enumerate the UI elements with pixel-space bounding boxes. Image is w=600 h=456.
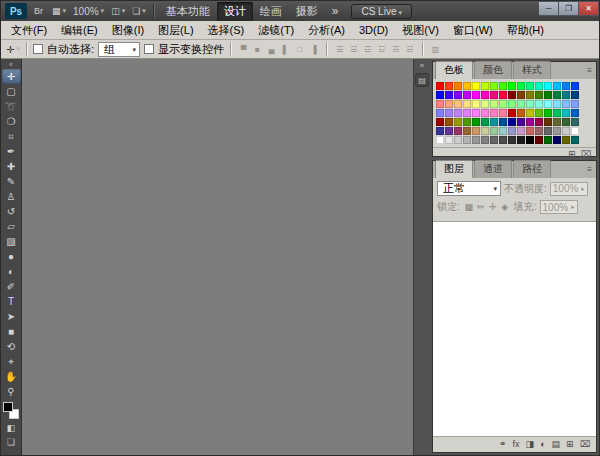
gradient-tool[interactable]: ▨ [2,234,21,249]
color-swatch[interactable] [517,118,525,126]
show-transform-checkbox[interactable] [144,44,154,54]
color-swatch[interactable] [553,82,561,90]
color-swatch[interactable] [436,91,444,99]
color-swatch[interactable] [553,127,561,135]
color-swatch[interactable] [454,100,462,108]
tools-collapse-button[interactable]: « [9,60,13,69]
color-swatch[interactable] [499,100,507,108]
color-swatch[interactable] [544,127,552,135]
color-swatch[interactable] [436,127,444,135]
color-swatch[interactable] [517,136,525,144]
clone-stamp-tool[interactable]: ♙ [2,189,21,204]
crop-tool[interactable]: ⌗ [2,129,21,144]
color-swatch[interactable] [571,136,579,144]
color-swatch[interactable] [499,82,507,90]
color-swatch[interactable] [445,91,453,99]
color-swatch[interactable] [562,100,570,108]
color-swatch[interactable] [526,118,534,126]
menu-image[interactable]: 图像(I) [105,21,151,40]
dodge-tool[interactable]: ◐ [2,264,21,279]
color-swatch[interactable] [526,82,534,90]
panel-tab[interactable]: 路径 [513,160,551,178]
color-swatch[interactable] [481,136,489,144]
color-swatch[interactable] [508,100,516,108]
color-swatch[interactable] [517,100,525,108]
blur-tool[interactable]: ● [2,249,21,264]
panel-tab[interactable]: 色板 [435,61,473,79]
menu-layer[interactable]: 图层(L) [151,21,200,40]
menu-window[interactable]: 窗口(W) [446,21,500,40]
distribute-vertical-centers-icon[interactable]: ☱ [347,45,360,54]
view-extras-icon[interactable]: ▦ [50,3,68,19]
history-brush-tool[interactable]: ↺ [2,204,21,219]
expand-dock-chevron-icon[interactable]: « [420,61,424,70]
align-vertical-centers-icon[interactable]: ■ [251,45,264,54]
canvas-workspace[interactable] [22,59,413,455]
color-swatch[interactable] [472,82,480,90]
distribute-horizontal-centers-icon[interactable]: ☴ [389,45,402,54]
launch-bridge-icon[interactable]: Br [30,3,47,19]
workspace-design[interactable]: 设计 [217,2,253,21]
tool-preset-picker[interactable]: ✛ [6,44,20,55]
rectangular-marquee-tool[interactable]: ▢ [2,84,21,99]
color-swatch[interactable] [490,109,498,117]
color-swatch[interactable] [499,91,507,99]
color-swatch[interactable] [481,109,489,117]
color-swatch[interactable] [535,82,543,90]
color-swatch[interactable] [445,118,453,126]
color-swatch[interactable] [562,82,570,90]
color-swatch[interactable] [445,100,453,108]
color-swatch[interactable] [517,91,525,99]
auto-select-target-dropdown[interactable]: 组 [98,42,140,57]
menu-filter[interactable]: 滤镜(T) [251,21,301,40]
color-swatch[interactable] [436,109,444,117]
3d-camera-rotate-tool[interactable]: ⌖ [2,354,21,369]
lock-transparent-pixels-icon[interactable]: ▩ [463,202,475,212]
color-swatch[interactable] [544,91,552,99]
color-swatch[interactable] [481,118,489,126]
color-swatch[interactable] [508,127,516,135]
new-swatch-button[interactable]: ⊞ [568,149,576,159]
color-swatch[interactable] [490,118,498,126]
distribute-top-edges-icon[interactable]: ☰ [333,45,346,54]
color-swatch[interactable] [436,136,444,144]
move-tool[interactable]: ✛ [2,69,21,84]
3d-object-rotate-tool[interactable]: ⟲ [2,339,21,354]
color-swatch[interactable] [562,109,570,117]
color-swatch[interactable] [481,82,489,90]
color-swatch[interactable] [553,109,561,117]
menu-help[interactable]: 帮助(H) [500,21,551,40]
align-top-edges-icon[interactable]: ▀ [237,45,250,54]
color-swatch[interactable] [553,118,561,126]
color-swatch[interactable] [463,82,471,90]
brush-tool[interactable]: ✎ [2,174,21,189]
workspace-painting[interactable]: 绘画 [253,2,289,21]
menu-edit[interactable]: 编辑(E) [54,21,105,40]
color-swatch[interactable] [508,136,516,144]
color-swatch[interactable] [517,127,525,135]
color-swatch[interactable] [544,136,552,144]
eyedropper-tool[interactable]: ✒ [2,144,21,159]
color-swatch[interactable] [508,82,516,90]
color-swatch[interactable] [517,109,525,117]
new-layer-icon[interactable]: ⊞ [566,440,574,449]
color-swatch[interactable] [544,82,552,90]
menu-3d[interactable]: 3D(D) [352,22,395,38]
color-swatch[interactable] [544,109,552,117]
color-swatch[interactable] [535,136,543,144]
color-swatch[interactable] [526,91,534,99]
color-swatch[interactable] [535,109,543,117]
color-swatch[interactable] [454,136,462,144]
align-left-edges-icon[interactable]: ▌ [279,45,292,54]
distribute-bottom-edges-icon[interactable]: ☲ [361,45,374,54]
layer-mask-icon[interactable]: ◨ [526,440,535,449]
workspace-essentials[interactable]: 基本功能 [159,2,217,21]
color-swatch[interactable] [445,127,453,135]
color-swatch[interactable] [571,127,579,135]
color-swatch[interactable] [553,136,561,144]
panel-menu-icon[interactable]: ≡ [587,165,592,174]
color-swatch[interactable] [481,127,489,135]
color-swatch[interactable] [535,118,543,126]
close-button[interactable]: ✕ [579,1,599,16]
lock-position-icon[interactable]: ✛ [487,202,499,212]
